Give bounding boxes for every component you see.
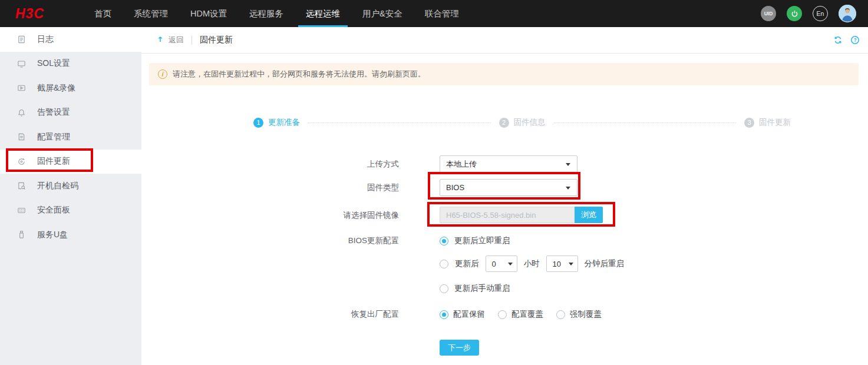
browse-button[interactable]: 浏览 [575,207,603,223]
sidebar-item-security-panel[interactable]: 安全面板 [0,198,141,223]
back-arrow-icon [157,35,165,45]
radio-option-restart-immediately: 更新后立即重启 [440,235,510,246]
header-action-icons: ? [833,35,860,45]
nav-tab-system-management[interactable]: 系统管理 [123,0,179,27]
alert-icon [17,108,26,117]
next-step-button[interactable]: 下一步 [440,340,479,356]
log-icon [17,35,26,44]
radio-option-config-retain[interactable]: 配置保留 [440,309,485,320]
radio-option-force-overwrite[interactable]: 强制覆盖 [556,309,602,320]
sidebar-item-label: 安全面板 [37,205,70,215]
upload-method-value: 本地上传 [446,159,477,170]
power-icon [790,9,799,18]
top-nav: H3C 首页 系统管理 HDM设置 远程服务 远程运维 用户&安全 联合管理 U… [0,0,868,27]
sidebar-item-screen-record[interactable]: 截屏&录像 [0,76,141,101]
sidebar-item-service-usb[interactable]: 服务U盘 [0,223,141,247]
delay-minutes-value: 10 [553,260,561,268]
radio-option-restart-manual: 更新后手动重启 [440,283,510,294]
usb-icon [17,230,26,239]
hdm-firmware-update-screen: H3C 首页 系统管理 HDM设置 远程服务 远程运维 用户&安全 联合管理 U… [0,0,868,365]
avatar[interactable] [839,5,856,22]
nav-tab-remote-ops[interactable]: 远程运维 [295,0,351,27]
radio-label: 更新后立即重启 [454,235,510,246]
firmware-image-row: 浏览 [440,207,603,223]
sidebar-item-label: 告警设置 [37,107,70,118]
warning-banner: i 请注意，在固件更新过程中，部分网页和服务将无法使用。请勿刷新页面。 [149,63,859,85]
delay-prefix: 更新后 [455,258,479,269]
back-label: 返回 [169,35,184,45]
nav-tab-remote-services[interactable]: 远程服务 [238,0,295,27]
step-connector [308,122,491,123]
bios-update-config-label: BIOS更新配置 [247,236,399,245]
step-label: 固件信息 [514,117,546,128]
nav-tab-hdm-settings[interactable]: HDM设置 [179,0,238,27]
upload-method-select[interactable]: 本地上传 [440,155,577,172]
radio-label: 配置覆盖 [511,309,543,320]
back-button[interactable]: 返回 [157,35,184,45]
sidebar-item-logs[interactable]: 日志 [0,27,141,52]
sidebar-item-config-management[interactable]: 配置管理 [0,125,141,150]
sidebar-item-label: 开机自检码 [37,181,78,191]
step-number: 1 [253,118,263,128]
step-firmware-info: 2 固件信息 [499,117,546,128]
factory-config-options: 配置保留 配置覆盖 强制覆盖 [440,309,602,320]
nav-tab-user-security[interactable]: 用户&安全 [351,0,414,27]
svg-text:?: ? [853,37,856,43]
firmware-image-input[interactable] [440,207,575,223]
delay-hours-value: 0 [492,260,496,268]
power-button[interactable] [787,6,802,21]
stepper: 1 更新准备 2 固件信息 3 固件更新 [253,117,791,128]
sidebar-item-alert-settings[interactable]: 告警设置 [0,101,141,125]
info-icon: i [158,69,167,79]
delay-minutes-unit: 分钟后重启 [585,258,625,269]
delay-hours-select[interactable]: 0 [486,256,517,272]
radio-force-overwrite[interactable] [556,310,565,319]
refresh-icon[interactable] [833,35,843,45]
post-code-icon [17,181,26,190]
radio-label: 配置保留 [453,309,485,320]
radio-config-retain[interactable] [440,310,448,319]
radio-label: 强制覆盖 [570,309,602,320]
help-icon[interactable]: ? [850,35,860,45]
step-update-preparation: 1 更新准备 [253,117,300,128]
upload-method-label: 上传方式 [247,160,399,169]
nav-right-controls: UID En [761,5,856,22]
content-header-bar: 返回 固件更新 ? [141,27,868,54]
delay-minutes-select[interactable]: 10 [546,256,578,272]
firmware-update-icon [17,157,26,166]
security-panel-icon [17,206,26,215]
sidebar-item-label: 截屏&录像 [37,83,75,94]
firmware-type-select[interactable]: BIOS [440,179,577,196]
sidebar-item-firmware-update[interactable]: 固件更新 [0,150,141,174]
sidebar-item-label: SOL设置 [37,58,70,69]
nav-tab-home[interactable]: 首页 [83,0,123,27]
page-title: 固件更新 [200,35,233,45]
uid-button[interactable]: UID [761,6,776,21]
factory-config-label: 恢复出厂配置 [247,310,399,319]
step-label: 更新准备 [268,117,300,128]
delay-hours-unit: 小时 [524,258,540,269]
sidebar: 日志 SOL设置 截屏&录像 告警设置 配置管理 [0,27,141,365]
sidebar-item-post-code[interactable]: 开机自检码 [0,174,141,198]
sidebar-item-label: 配置管理 [37,132,70,142]
language-button[interactable]: En [813,6,828,21]
radio-option-restart-delay: 更新后 0 小时 10 分钟后重启 [440,256,624,272]
nav-tabs: 首页 系统管理 HDM设置 远程服务 远程运维 用户&安全 联合管理 [83,0,470,27]
breadcrumb-divider [192,36,192,45]
step-firmware-update: 3 固件更新 [744,117,791,128]
config-icon [17,132,26,141]
radio-restart-manual[interactable] [440,284,448,293]
radio-restart-delay[interactable] [440,260,448,268]
nav-tab-federation[interactable]: 联合管理 [414,0,470,27]
sidebar-item-label: 服务U盘 [37,230,68,240]
radio-restart-immediately[interactable] [440,237,448,245]
radio-label: 更新后手动重启 [454,283,510,294]
sol-icon [17,59,26,68]
firmware-image-label: 请选择固件镜像 [247,211,399,220]
radio-config-overwrite[interactable] [498,310,507,319]
radio-option-config-overwrite[interactable]: 配置覆盖 [498,309,543,320]
sidebar-item-sol-settings[interactable]: SOL设置 [0,52,141,77]
sidebar-item-label: 日志 [37,34,54,45]
step-connector [554,122,737,123]
firmware-type-value: BIOS [446,183,464,192]
